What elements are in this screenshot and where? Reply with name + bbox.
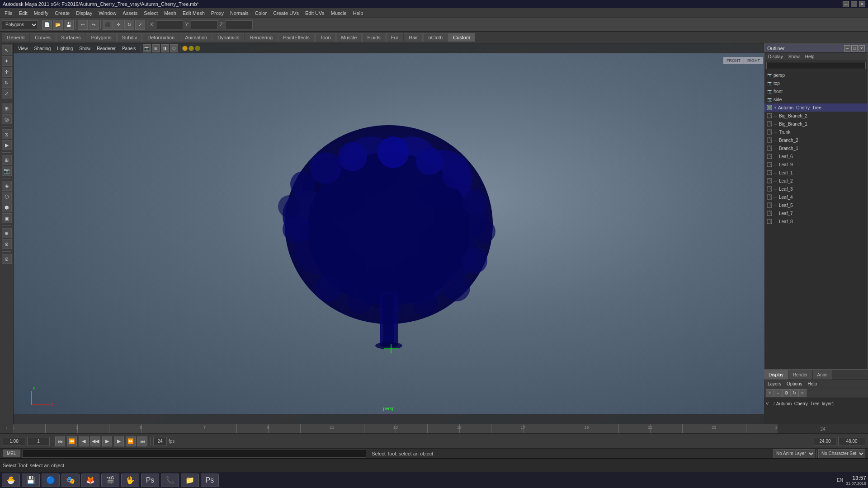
lt-bottom[interactable]: ⊘ bbox=[2, 254, 12, 264]
lt-snap[interactable]: ⊞ bbox=[2, 103, 12, 113]
menu-edit-uvs[interactable]: Edit UVs bbox=[302, 9, 327, 17]
tab-ncloth[interactable]: nCloth bbox=[423, 33, 448, 42]
tab-hair[interactable]: Hair bbox=[404, 33, 423, 42]
pb-play-back[interactable]: ◀◀ bbox=[90, 436, 100, 446]
mel-button[interactable]: MEL bbox=[3, 450, 20, 457]
pb-next-key[interactable]: ⏩ bbox=[126, 436, 136, 446]
tab-fluids[interactable]: Fluids bbox=[362, 33, 385, 42]
menu-modify[interactable]: Modify bbox=[31, 9, 51, 17]
tb-rotate[interactable]: ↻ bbox=[124, 20, 134, 30]
outliner-item-top[interactable]: 📷top bbox=[764, 79, 868, 87]
lt-render[interactable]: ▶ bbox=[2, 140, 12, 150]
pb-step-forward[interactable]: ▶ bbox=[114, 436, 124, 446]
om-display[interactable]: Display bbox=[766, 54, 785, 59]
photoshop2[interactable]: Ps bbox=[201, 474, 219, 487]
layer-tab-display[interactable]: Display bbox=[764, 370, 788, 380]
vt-show[interactable]: Show bbox=[76, 45, 93, 52]
lt-xray[interactable]: ◈ bbox=[2, 181, 12, 191]
maximize-button[interactable]: □ bbox=[851, 1, 857, 7]
outliner-item-branch-2[interactable]: —Branch_2 bbox=[764, 136, 868, 144]
help-subtab[interactable]: Help bbox=[806, 381, 819, 386]
menu-help[interactable]: Help bbox=[350, 9, 366, 17]
pb-go-start[interactable]: ⏮ bbox=[55, 436, 65, 446]
lt-history[interactable]: ⧖ bbox=[2, 129, 12, 139]
playback-start[interactable] bbox=[3, 437, 25, 446]
tab-custom[interactable]: Custom bbox=[448, 33, 475, 42]
tab-fur[interactable]: Fur bbox=[386, 33, 404, 42]
outliner-item-leaf-9[interactable]: —Leaf_9 bbox=[764, 160, 868, 169]
vt-wire-btn[interactable]: ⬡ bbox=[170, 44, 178, 52]
menu-select[interactable]: Select bbox=[141, 9, 160, 17]
menu-color[interactable]: Color bbox=[252, 9, 269, 17]
outliner-item-leaf-6[interactable]: —Leaf_6 bbox=[764, 152, 868, 160]
outliner-item-leaf-4[interactable]: —Leaf_4 bbox=[764, 193, 868, 201]
lt-paint[interactable]: ✦ bbox=[2, 56, 12, 66]
photoshop1[interactable]: Ps bbox=[141, 474, 159, 487]
om-show[interactable]: Show bbox=[787, 54, 802, 59]
outliner-item-leaf-3[interactable]: —Leaf_3 bbox=[764, 185, 868, 193]
outliner-item-branch-1[interactable]: —Branch_1 bbox=[764, 144, 868, 152]
layer-item[interactable]: V / Autumn_Cherry_Tree_layer1 bbox=[766, 399, 866, 408]
vt-grid-btn[interactable]: ⊞ bbox=[152, 44, 160, 52]
app6[interactable]: 🖐 bbox=[121, 474, 139, 487]
right-label[interactable]: RIGHT bbox=[744, 57, 763, 64]
outliner-item-leaf-1[interactable]: —Leaf_1 bbox=[764, 169, 868, 177]
app3[interactable]: 🎭 bbox=[61, 474, 80, 487]
lt-grid[interactable]: ⊞ bbox=[2, 155, 12, 165]
minimize-button[interactable]: ─ bbox=[843, 1, 849, 7]
explorer[interactable]: 📁 bbox=[181, 474, 199, 487]
lt-misc2[interactable]: ⊗ bbox=[2, 239, 12, 249]
menu-normals[interactable]: Normals bbox=[227, 9, 251, 17]
tab-toon[interactable]: Toon bbox=[315, 33, 336, 42]
lt-flat[interactable]: ▣ bbox=[2, 213, 12, 223]
menu-edit-mesh[interactable]: Edit Mesh bbox=[180, 9, 208, 17]
outliner-item-leaf-7[interactable]: —Leaf_7 bbox=[764, 209, 868, 217]
anim-layer-selector[interactable]: No Anim Layer bbox=[773, 449, 815, 458]
outliner-close[interactable]: ✕ bbox=[859, 45, 865, 52]
outliner-item-leaf-2[interactable]: —Leaf_2 bbox=[764, 177, 868, 185]
tab-general[interactable]: General bbox=[2, 33, 29, 42]
tab-muscle[interactable]: Muscle bbox=[336, 33, 362, 42]
vt-light3[interactable] bbox=[195, 46, 200, 51]
menu-mesh[interactable]: Mesh bbox=[161, 9, 179, 17]
tab-subdiv[interactable]: Subdiv bbox=[117, 33, 142, 42]
char-set-selector[interactable]: No Character Set bbox=[818, 449, 865, 458]
tab-deformation[interactable]: Deformation bbox=[142, 33, 179, 42]
tb-open[interactable]: 📂 bbox=[53, 20, 63, 30]
nav-cube[interactable]: FRONT RIGHT bbox=[723, 57, 755, 84]
save-app[interactable]: 💾 bbox=[22, 474, 40, 487]
script-input[interactable] bbox=[22, 450, 367, 458]
z-input[interactable] bbox=[226, 20, 253, 29]
layer-options[interactable]: ⚙ bbox=[782, 389, 790, 397]
menu-window[interactable]: Window bbox=[96, 9, 119, 17]
lt-wire[interactable]: ⬡ bbox=[2, 192, 12, 202]
om-help[interactable]: Help bbox=[803, 54, 816, 59]
vt-lighting[interactable]: Lighting bbox=[54, 45, 75, 52]
menu-file[interactable]: File bbox=[2, 9, 15, 17]
layer-refresh[interactable]: ↻ bbox=[790, 389, 798, 397]
menu-assets[interactable]: Assets bbox=[120, 9, 140, 17]
outliner-item-big-branch-1[interactable]: —Big_Branch_1 bbox=[764, 120, 868, 128]
vt-light1[interactable] bbox=[182, 46, 188, 51]
tb-new[interactable]: 📄 bbox=[42, 20, 52, 30]
lt-scale[interactable]: ⤢ bbox=[2, 89, 12, 99]
layer-new[interactable]: + bbox=[766, 389, 774, 397]
y-input[interactable] bbox=[191, 20, 218, 29]
lt-smooth[interactable]: ⬢ bbox=[2, 202, 12, 212]
vt-view[interactable]: View bbox=[15, 45, 31, 52]
tb-select[interactable]: ⬛ bbox=[103, 20, 113, 30]
tab-painteffects[interactable]: PaintEffects bbox=[278, 33, 315, 42]
pb-go-end[interactable]: ⏭ bbox=[137, 436, 147, 446]
playback-current[interactable] bbox=[27, 437, 50, 446]
blender[interactable]: 🎬 bbox=[101, 474, 119, 487]
outliner-item-big-branch-2[interactable]: —Big_Branch_2 bbox=[764, 112, 868, 120]
vt-renderer[interactable]: Renderer bbox=[94, 45, 118, 52]
menu-proxy[interactable]: Proxy bbox=[208, 9, 226, 17]
menu-create[interactable]: Create bbox=[52, 9, 72, 17]
options-subtab[interactable]: Options bbox=[785, 381, 804, 386]
maya-app[interactable]: 🔵 bbox=[42, 474, 60, 487]
firefox[interactable]: 🦊 bbox=[81, 474, 99, 487]
tab-curves[interactable]: Curves bbox=[30, 33, 56, 42]
outliner-item-side[interactable]: 📷side bbox=[764, 95, 868, 103]
pb-step-back[interactable]: ◀ bbox=[79, 436, 89, 446]
